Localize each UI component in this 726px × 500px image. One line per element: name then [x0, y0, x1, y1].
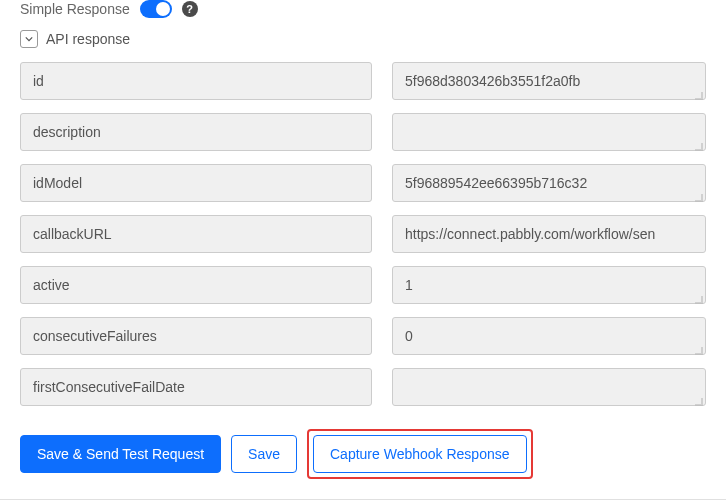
simple-response-toggle[interactable] — [140, 0, 172, 18]
api-response-title: API response — [46, 31, 130, 47]
field-value-wrap — [392, 317, 706, 358]
fields-container: iddescriptionidModelcallbackURLactivecon… — [20, 62, 706, 409]
field-key: consecutiveFailures — [20, 317, 372, 355]
field-row: id — [20, 62, 706, 103]
field-row: active — [20, 266, 706, 307]
field-row: idModel — [20, 164, 706, 205]
field-value-wrap — [392, 164, 706, 205]
field-value[interactable] — [392, 368, 706, 406]
field-row: callbackURL — [20, 215, 706, 256]
save-send-button[interactable]: Save & Send Test Request — [20, 435, 221, 473]
api-response-header: API response — [20, 30, 706, 48]
field-row: description — [20, 113, 706, 154]
capture-webhook-button[interactable]: Capture Webhook Response — [313, 435, 527, 473]
field-value-wrap — [392, 215, 706, 256]
field-value-wrap — [392, 368, 706, 409]
field-value[interactable] — [392, 164, 706, 202]
field-row: firstConsecutiveFailDate — [20, 368, 706, 409]
field-value[interactable] — [392, 266, 706, 304]
field-key: firstConsecutiveFailDate — [20, 368, 372, 406]
field-row: consecutiveFailures — [20, 317, 706, 358]
button-row: Save & Send Test Request Save Capture We… — [20, 429, 706, 479]
highlight-box: Capture Webhook Response — [307, 429, 533, 479]
help-icon[interactable]: ? — [182, 1, 198, 17]
simple-response-row: Simple Response ? — [20, 0, 706, 30]
save-button[interactable]: Save — [231, 435, 297, 473]
field-key: idModel — [20, 164, 372, 202]
field-key: active — [20, 266, 372, 304]
field-key: callbackURL — [20, 215, 372, 253]
field-value[interactable] — [392, 317, 706, 355]
simple-response-label: Simple Response — [20, 1, 130, 17]
main-panel: Simple Response ? API response iddescrip… — [0, 0, 726, 500]
chevron-down-icon[interactable] — [20, 30, 38, 48]
field-value[interactable] — [392, 62, 706, 100]
field-key: description — [20, 113, 372, 151]
field-value-wrap — [392, 62, 706, 103]
field-key: id — [20, 62, 372, 100]
field-value[interactable] — [392, 113, 706, 151]
field-value-wrap — [392, 113, 706, 154]
field-value[interactable] — [392, 215, 706, 253]
field-value-wrap — [392, 266, 706, 307]
